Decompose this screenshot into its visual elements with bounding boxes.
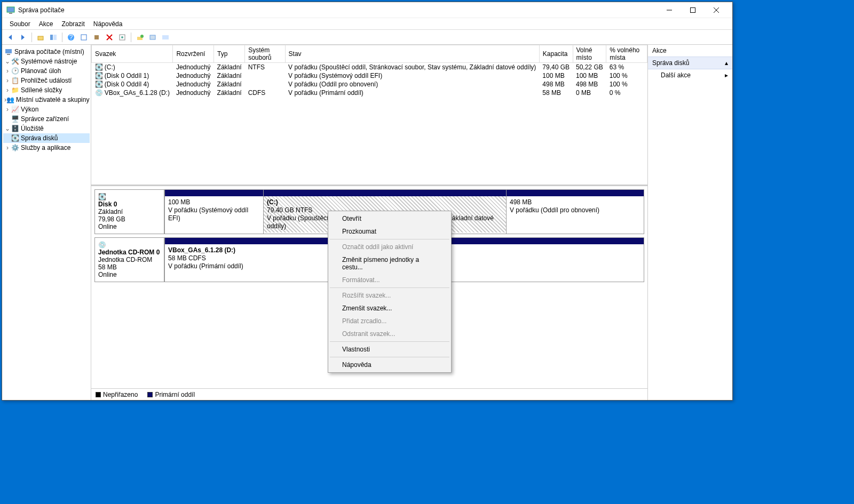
menu-shrink[interactable]: Zmenšit svazek... (329, 302, 450, 315)
menu-mark-active: Označit oddíl jako aktivní (329, 241, 450, 253)
chevron-right-icon: ▸ (725, 71, 728, 79)
svg-rect-1 (9, 13, 12, 14)
svg-rect-22 (162, 35, 165, 39)
svg-point-20 (140, 35, 144, 38)
back-button[interactable] (4, 31, 16, 43)
settings-button[interactable] (91, 31, 102, 43)
titlebar[interactable]: Správa počítače (2, 2, 732, 18)
volume-list[interactable]: Svazek Rozvržení Typ Systém souborů Stav… (91, 45, 647, 186)
up-button[interactable] (35, 31, 46, 43)
svg-rect-3 (691, 7, 695, 12)
menubar: Soubor Akce Zobrazit Nápověda (2, 18, 732, 30)
menu-change-letter[interactable]: Změnit písmeno jednotky a cestu... (329, 253, 450, 274)
menu-properties[interactable]: Vlastnosti (329, 343, 450, 356)
action-button-1[interactable] (134, 31, 146, 43)
forward-button[interactable] (17, 31, 29, 43)
volume-icon: 💽 (95, 81, 103, 88)
clock-icon: 🕑 (11, 67, 19, 75)
svg-rect-14 (94, 35, 99, 39)
legend-primary: Primární oddíl (155, 391, 195, 398)
tree-disk-management[interactable]: 💽Správa disků (3, 133, 90, 143)
svg-text:?: ? (69, 34, 73, 41)
menu-view[interactable]: Zobrazit (57, 19, 89, 29)
menu-format: Formátovat... (329, 274, 450, 286)
maximize-button[interactable] (681, 3, 705, 18)
menu-action[interactable]: Akce (35, 19, 58, 29)
tree-root-label: Správa počítače (místní) (14, 48, 84, 55)
col-filesystem[interactable]: Systém souborů (245, 45, 285, 63)
app-icon (6, 6, 15, 14)
svg-rect-25 (7, 54, 10, 55)
actions-pane: Akce Správa disků ▴ Další akce ▸ (648, 45, 732, 400)
svg-rect-0 (7, 7, 14, 12)
col-type[interactable]: Typ (214, 45, 245, 63)
tree-shared-folders[interactable]: ›📁Sdílené složky (3, 85, 90, 95)
computer-icon (4, 47, 13, 56)
menu-open[interactable]: Otevřít (329, 212, 450, 225)
menu-delete-volume: Odstranit svazek... (329, 327, 450, 340)
menu-add-mirror: Přidat zrcadlo... (329, 315, 450, 327)
svg-rect-24 (5, 49, 12, 53)
context-menu[interactable]: Otevřít Prozkoumat Označit oddíl jako ak… (328, 211, 452, 373)
menu-explore[interactable]: Prozkoumat (329, 225, 450, 238)
menu-extend: Rozšířit svazek... (329, 289, 450, 302)
volume-icon: 💽 (95, 63, 103, 71)
tree-task-scheduler[interactable]: ›🕑Plánovač úloh (3, 66, 90, 76)
tree-local-users[interactable]: ›👥Místní uživatelé a skupiny (3, 95, 90, 105)
col-layout[interactable]: Rozvržení (173, 45, 214, 63)
properties-button[interactable] (116, 31, 128, 43)
minimize-button[interactable] (658, 3, 681, 18)
tree-root[interactable]: Správa počítače (místní) (3, 47, 90, 57)
perf-icon: 📈 (11, 105, 19, 114)
disk-0-header[interactable]: 💽 Disk 0 Základní 79,98 GB Online (95, 190, 164, 234)
svg-rect-23 (165, 35, 169, 39)
help-button[interactable]: ? (65, 31, 77, 43)
tree-services[interactable]: ›⚙️Služby a aplikace (3, 143, 90, 153)
close-button[interactable] (705, 3, 728, 18)
action-button-2[interactable] (147, 31, 159, 43)
svg-rect-9 (50, 35, 53, 40)
svg-marker-7 (21, 35, 25, 40)
tree-performance[interactable]: ›📈Výkon (3, 105, 90, 114)
actions-more[interactable]: Další akce ▸ (648, 69, 732, 81)
window-title: Správa počítače (18, 6, 658, 14)
navigation-tree[interactable]: Správa počítače (místní) ⌄🛠️Systémové ná… (2, 45, 91, 400)
refresh-button[interactable] (78, 31, 90, 43)
tree-device-manager[interactable]: 🖥️Správce zařízení (3, 114, 90, 124)
volume-row[interactable]: 💽 (Disk 0 Oddíl 4)JednoduchýZákladníV po… (92, 80, 647, 89)
actions-header: Akce (648, 45, 732, 57)
collapse-icon[interactable]: ▴ (725, 59, 728, 67)
col-capacity[interactable]: Kapacita (539, 45, 573, 63)
svg-rect-21 (150, 35, 155, 39)
cdrom-header[interactable]: 💿 Jednotka CD-ROM 0 Jednotka CD-ROM 58 M… (95, 238, 164, 282)
col-free[interactable]: Volné místo (573, 45, 606, 63)
disk-0-partition-3[interactable]: 498 MB V pořádku (Oddíl pro obnovení) (506, 190, 644, 234)
volume-icon: 💽 (95, 72, 103, 79)
col-pct-free[interactable]: % volného místa (606, 45, 647, 63)
volume-row[interactable]: 💽 (C:)JednoduchýZákladníNTFSV pořádku (S… (92, 63, 647, 72)
volume-row[interactable]: 💽 (Disk 0 Oddíl 1)JednoduchýZákladníV po… (92, 71, 647, 80)
delete-button[interactable] (104, 31, 115, 43)
menu-help[interactable]: Nápověda (329, 358, 450, 371)
users-icon: 👥 (6, 95, 14, 104)
menu-help[interactable]: Nápověda (89, 19, 127, 29)
tools-icon: 🛠️ (11, 57, 19, 66)
col-status[interactable]: Stav (285, 45, 539, 63)
legend-unallocated: Nepřiřazeno (103, 391, 138, 398)
tree-system-tools[interactable]: ⌄🛠️Systémové nástroje (3, 57, 90, 66)
show-hide-tree-button[interactable] (48, 31, 59, 43)
tree-storage[interactable]: ⌄🗄️Úložiště (3, 124, 90, 133)
svg-marker-6 (9, 35, 12, 40)
cdrom-icon: 💿 (98, 241, 106, 249)
svg-point-18 (121, 36, 123, 38)
device-icon: 🖥️ (11, 115, 19, 123)
services-icon: ⚙️ (11, 143, 19, 152)
volume-row[interactable]: 💿 VBox_GAs_6.1.28 (D:)JednoduchýZákladní… (92, 89, 647, 97)
tree-event-viewer[interactable]: ›📋Prohlížeč událostí (3, 76, 90, 85)
disk-0-partition-1[interactable]: 100 MB V pořádku (Systémový oddíl EFI) (164, 190, 263, 234)
menu-file[interactable]: Soubor (5, 19, 35, 29)
col-volume[interactable]: Svazek (92, 45, 173, 63)
svg-rect-10 (53, 35, 57, 40)
action-button-3[interactable] (160, 31, 171, 43)
actions-section[interactable]: Správa disků ▴ (648, 57, 732, 69)
